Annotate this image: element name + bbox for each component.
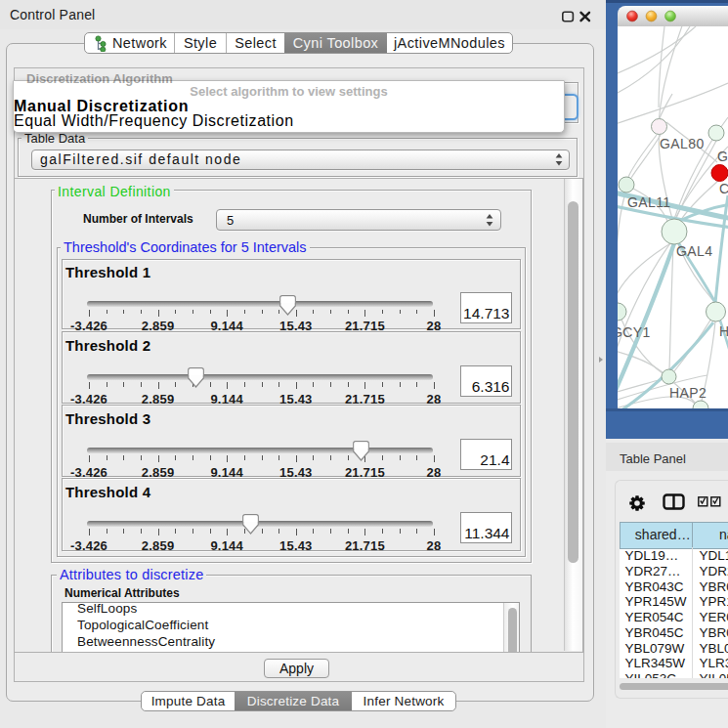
svg-text:HAP2: HAP2 (669, 385, 707, 401)
svg-text:GAL80: GAL80 (660, 136, 705, 151)
svg-text:GA: GA (717, 149, 728, 164)
svg-text:C: C (719, 181, 728, 196)
svg-text:H: H (719, 323, 728, 339)
svg-text:GAL11: GAL11 (627, 194, 671, 210)
svg-text:GAL4: GAL4 (676, 243, 712, 259)
svg-text:GCY1: GCY1 (618, 324, 651, 340)
